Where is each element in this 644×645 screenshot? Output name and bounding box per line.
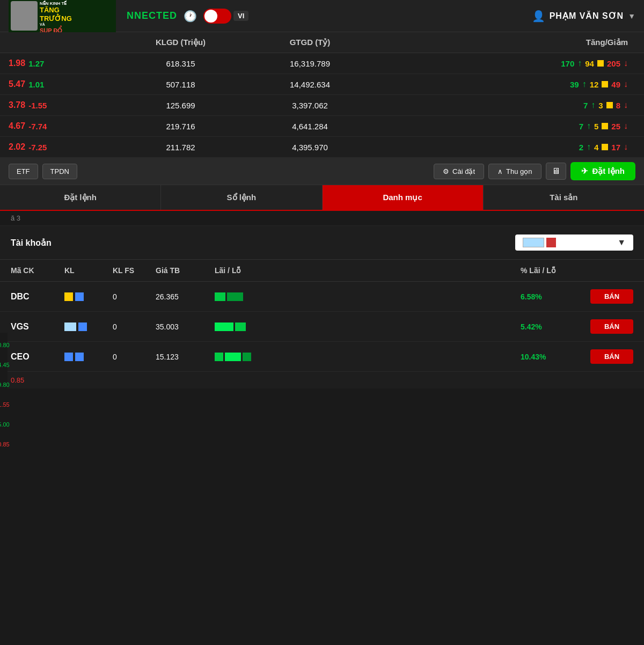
- col-header-gtgd: GTGD (Tỷ): [245, 38, 375, 47]
- account-chevron-icon: ▼: [617, 238, 626, 247]
- market-index-2: 5.47 1.01: [9, 79, 116, 89]
- col-kl-fs: KL FS: [113, 266, 156, 275]
- side-val-6: 0.85: [0, 441, 10, 448]
- side-val-4: 1.55: [0, 401, 10, 408]
- kl-block-dbc-1: [64, 292, 73, 301]
- col-header-tangGiam: Tăng/Giảm: [375, 38, 633, 47]
- etf-button[interactable]: ETF: [9, 164, 38, 179]
- giam-4: 25: [611, 122, 620, 131]
- bottom-val: 0.85: [11, 376, 24, 384]
- account-dropdown[interactable]: ▼: [515, 234, 633, 251]
- loi-block-ceo-3: [243, 353, 251, 361]
- kl-block-dbc-2: [75, 292, 84, 301]
- section-num: ã 3: [11, 214, 20, 222]
- giam-3: 8: [616, 101, 620, 110]
- place-order-label: Đặt lệnh: [592, 166, 625, 176]
- market-row-4: 4.67 -7.74 219.716 4,641.284 7 ↑ 5 25 ↓: [0, 116, 644, 137]
- kl-block-ceo-2: [75, 353, 84, 361]
- market-row-1: 1.98 1.27 618.315 16,319.789 170 ↑ 94 20…: [0, 53, 644, 74]
- monitor-icon: 🖥: [552, 166, 560, 175]
- tab-tai-san[interactable]: Tài sản: [484, 185, 644, 210]
- language-badge: VI: [233, 11, 248, 21]
- collapse-button[interactable]: ∧ Thu gọn: [488, 164, 541, 179]
- gtgd-5: 4,395.970: [245, 143, 375, 152]
- acc-block-light: [523, 238, 544, 247]
- giu-5: 4: [594, 143, 598, 152]
- tang-giam-5: 2 ↑ 4 17 ↓: [375, 142, 633, 152]
- lai-lo-ceo: [215, 353, 521, 361]
- ban-button-vgs[interactable]: BÁN: [590, 319, 633, 334]
- index-change-1: 1.27: [28, 59, 44, 68]
- pct-ceo: 10.43%: [521, 353, 590, 361]
- account-dropdown-inner: [523, 238, 556, 247]
- stock-code-dbc: DBC: [11, 292, 64, 302]
- tab-dat-lenh[interactable]: Đặt lệnh: [0, 185, 161, 210]
- square-2: [602, 81, 608, 87]
- pct-vgs: 5.42%: [521, 322, 590, 331]
- toolbar: ETF TPDN ⚙ Cài đặt ∧ Thu gọn 🖥 ✈ Đặt lện…: [0, 158, 644, 185]
- side-val-1: 0.80: [0, 342, 10, 348]
- market-index-5: 2.02 -7.25: [9, 142, 116, 152]
- col-header-empty: [9, 38, 116, 47]
- settings-button[interactable]: ⚙ Cài đặt: [434, 164, 484, 179]
- tang-3: 7: [583, 101, 588, 110]
- giu-1: 94: [585, 59, 594, 68]
- loi-block-ceo-2: [225, 353, 241, 361]
- kl-dbc: [64, 292, 113, 301]
- stock-code-ceo: CEO: [11, 352, 64, 362]
- col-lai-lo: Lãi / Lỗ: [215, 266, 521, 275]
- tab-danh-muc[interactable]: Danh mục: [323, 185, 484, 210]
- portfolio-row-dbc: DBC 0 26.365 6.58% BÁN: [0, 282, 644, 312]
- down-arrow-3: ↓: [624, 100, 628, 110]
- lai-lo-dbc: [215, 292, 521, 301]
- collapse-label: Thu gọn: [506, 167, 532, 175]
- portfolio-row-ceo: CEO 0 15.123 10.43% BÁN: [0, 342, 644, 372]
- col-ma-ck: Mã CK: [11, 266, 64, 275]
- col-pct-lai-lo: % Lãi / Lỗ: [521, 266, 590, 275]
- index-val-4: 4.67: [9, 121, 25, 131]
- loi-block-vgs-1: [215, 322, 233, 331]
- gtgd-2: 14,492.634: [245, 80, 375, 89]
- account-section: Tài khoản ▼: [0, 226, 644, 260]
- market-row-2: 5.47 1.01 507.118 14,492.634 39 ↑ 12 49 …: [0, 74, 644, 95]
- user-icon: 👤: [532, 10, 545, 23]
- square-5: [602, 144, 608, 150]
- gear-icon: ⚙: [443, 167, 449, 175]
- market-index-3: 3.78 -1.55: [9, 100, 116, 110]
- giu-3: 3: [598, 101, 603, 110]
- up-arrow-5: ↑: [587, 142, 591, 152]
- giam-2: 49: [611, 80, 620, 89]
- section-info: ã 3: [0, 211, 644, 226]
- banner-ad: NỀN KINH TẾ TĂNGTRƯỞNG VÀ SỤP ĐỔ NHƯ THẾ…: [9, 0, 116, 32]
- send-icon: ✈: [581, 166, 588, 176]
- portfolio-row-vgs: VGS 0 35.003 5.42% BÁN: [0, 312, 644, 342]
- index-val-2: 5.47: [9, 79, 25, 89]
- index-change-4: -7.74: [28, 122, 47, 131]
- gia-tb-dbc: 26.365: [156, 292, 215, 301]
- giu-2: 12: [590, 80, 599, 89]
- tang-giam-3: 7 ↑ 3 8 ↓: [375, 100, 633, 110]
- user-menu[interactable]: 👤 PHẠM VĂN SƠN ▼: [532, 10, 635, 23]
- place-order-button[interactable]: ✈ Đặt lệnh: [570, 162, 636, 180]
- acc-block-red: [546, 238, 556, 247]
- monitor-button[interactable]: 🖥: [546, 163, 566, 180]
- tpdn-button[interactable]: TPDN: [42, 164, 77, 179]
- language-toggle[interactable]: [203, 9, 231, 24]
- index-val-5: 2.02: [9, 142, 25, 152]
- down-arrow-2: ↓: [624, 79, 628, 89]
- ban-button-dbc[interactable]: BÁN: [590, 289, 633, 304]
- stock-code-vgs: VGS: [11, 322, 64, 332]
- index-change-2: 1.01: [28, 80, 44, 89]
- gtgd-3: 3,397.062: [245, 101, 375, 110]
- side-val-3: 9.80: [0, 382, 10, 388]
- square-3: [606, 102, 613, 108]
- tang-4: 7: [579, 122, 583, 131]
- up-arrow-1: ↑: [577, 58, 582, 68]
- tab-so-lenh[interactable]: Sổ lệnh: [161, 185, 322, 210]
- user-name: PHẠM VĂN SƠN: [550, 11, 624, 21]
- down-arrow-4: ↓: [624, 121, 628, 131]
- side-val-2: 4.45: [0, 362, 10, 368]
- gtgd-4: 4,641.284: [245, 122, 375, 131]
- kl-vgs: [64, 322, 113, 331]
- ban-button-ceo[interactable]: BÁN: [590, 349, 633, 364]
